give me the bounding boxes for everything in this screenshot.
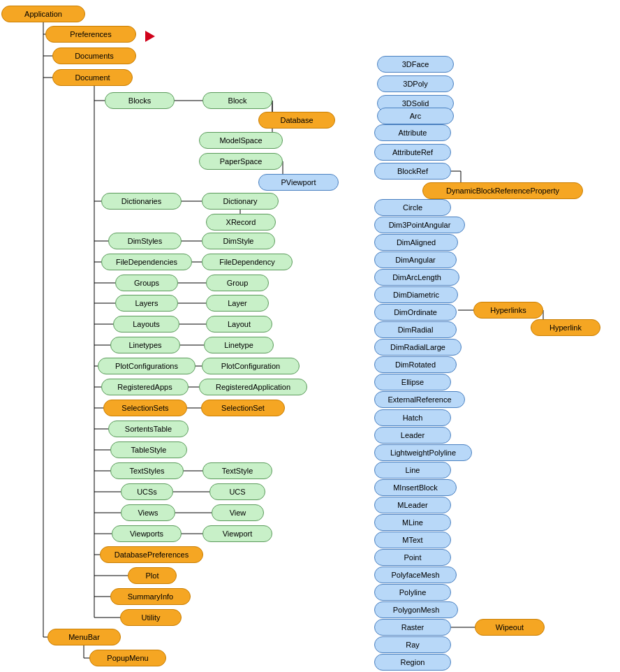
node-dimrotated[interactable]: DimRotated [374, 356, 457, 373]
node-arc[interactable]: Arc [377, 108, 454, 124]
node-paperspace[interactable]: PaperSpace [199, 153, 283, 170]
node-dimaligned[interactable]: DimAligned [374, 234, 458, 251]
node-mleader[interactable]: MLeader [374, 497, 451, 513]
node-view[interactable]: View [212, 504, 264, 521]
node-poly3d[interactable]: 3DPoly [377, 75, 454, 92]
node-xrecord[interactable]: XRecord [206, 214, 276, 231]
node-ucs[interactable]: UCS [209, 483, 265, 500]
node-blockref[interactable]: BlockRef [374, 163, 451, 180]
node-plotconfigurations[interactable]: PlotConfigurations [98, 358, 195, 374]
node-dimradial[interactable]: DimRadial [374, 321, 457, 338]
node-layout[interactable]: Layout [206, 316, 272, 333]
node-leader[interactable]: Leader [374, 427, 451, 444]
node-preferences[interactable]: Preferences [45, 26, 136, 43]
node-group[interactable]: Group [206, 275, 269, 291]
node-popupmenu[interactable]: PopupMenu [89, 650, 166, 666]
node-layers[interactable]: Layers [115, 295, 178, 312]
node-dimradiallarge[interactable]: DimRadialLarge [374, 339, 462, 356]
node-dimstyles[interactable]: DimStyles [108, 233, 182, 249]
node-registeredapps[interactable]: RegisteredApps [101, 379, 189, 395]
node-hyperlinks[interactable]: Hyperlinks [473, 302, 543, 319]
node-plotconfiguration[interactable]: PlotConfiguration [202, 358, 300, 374]
node-dimdiametric[interactable]: DimDiametric [374, 286, 458, 303]
node-viewport[interactable]: Viewport [202, 525, 272, 542]
node-registeredapplication[interactable]: RegisteredApplication [199, 379, 307, 395]
node-dimarclength[interactable]: DimArcLength [374, 269, 459, 286]
node-databasepreferences[interactable]: DatabasePreferences [100, 546, 203, 563]
node-blocks[interactable]: Blocks [105, 92, 175, 109]
node-polygonmesh[interactable]: PolygonMesh [374, 601, 458, 618]
node-point[interactable]: Point [374, 549, 451, 566]
node-modelspace[interactable]: ModelSpace [199, 132, 283, 149]
node-polyline[interactable]: Polyline [374, 584, 451, 601]
node-dynamicblockref[interactable]: DynamicBlockReferenceProperty [422, 182, 583, 199]
node-wipeout[interactable]: Wipeout [475, 619, 545, 636]
node-plot[interactable]: Plot [128, 567, 177, 584]
node-face3d[interactable]: 3DFace [377, 56, 454, 73]
node-linetypes[interactable]: Linetypes [110, 337, 180, 353]
node-mtext[interactable]: MText [374, 532, 451, 548]
node-layer[interactable]: Layer [206, 295, 269, 312]
node-dictionary[interactable]: Dictionary [202, 193, 279, 210]
node-document[interactable]: Document [52, 69, 133, 86]
node-linetype[interactable]: Linetype [204, 337, 274, 353]
connector-lines [0, 0, 620, 672]
node-minsertblock[interactable]: MInsertBlock [374, 479, 457, 496]
node-groups[interactable]: Groups [115, 275, 178, 291]
node-raster[interactable]: Raster [374, 619, 451, 636]
node-tablestyle[interactable]: TableStyle [110, 441, 187, 458]
node-application[interactable]: Application [1, 6, 85, 22]
node-hyperlink[interactable]: Hyperlink [531, 319, 600, 336]
node-block[interactable]: Block [202, 92, 272, 109]
node-attributeref[interactable]: AttributeRef [374, 144, 451, 161]
node-pviewport[interactable]: PViewport [258, 174, 339, 191]
node-ray[interactable]: Ray [374, 636, 451, 653]
node-dictionaries[interactable]: Dictionaries [101, 193, 182, 210]
node-circle[interactable]: Circle [374, 199, 451, 216]
node-sortentable[interactable]: SortentsTable [108, 421, 189, 437]
node-documents[interactable]: Documents [52, 48, 136, 64]
node-textstyles[interactable]: TextStyles [110, 462, 184, 479]
node-filedependency[interactable]: FileDependency [202, 254, 293, 270]
node-selectionset[interactable]: SelectionSet [201, 400, 285, 416]
node-polyfacemesh[interactable]: PolyfaceMesh [374, 567, 457, 583]
node-viewports[interactable]: Viewports [112, 525, 182, 542]
node-filedependencies[interactable]: FileDependencies [101, 254, 192, 270]
node-attribute[interactable]: Attribute [374, 124, 451, 141]
node-dimstyle[interactable]: DimStyle [202, 233, 275, 249]
node-dimordinate[interactable]: DimOrdinate [374, 304, 457, 321]
node-summaryinfo[interactable]: SummaryInfo [110, 588, 191, 605]
node-views[interactable]: Views [121, 504, 175, 521]
node-layouts[interactable]: Layouts [113, 316, 179, 333]
node-dim3pointangular[interactable]: Dim3PointAngular [374, 217, 465, 233]
node-textstyle[interactable]: TextStyle [202, 462, 272, 479]
node-ucss[interactable]: UCSs [121, 483, 173, 500]
node-selectionsets[interactable]: SelectionSets [103, 400, 187, 416]
preferences-arrow [145, 31, 155, 42]
diagram: ApplicationPreferencesDocumentsDocumentB… [0, 0, 620, 672]
node-lightweightpolyline[interactable]: LightweightPolyline [374, 444, 472, 461]
node-menubar[interactable]: MenuBar [47, 629, 121, 645]
node-dimangular[interactable]: DimAngular [374, 251, 457, 268]
node-line[interactable]: Line [374, 462, 451, 479]
node-hatch[interactable]: Hatch [374, 409, 451, 426]
node-utility[interactable]: Utility [120, 609, 182, 626]
node-database[interactable]: Database [258, 112, 335, 129]
node-ellipse[interactable]: Ellipse [374, 374, 451, 390]
node-mline[interactable]: MLine [374, 514, 451, 531]
node-externalreference[interactable]: ExternalReference [374, 391, 465, 408]
node-region[interactable]: Region [374, 654, 451, 671]
